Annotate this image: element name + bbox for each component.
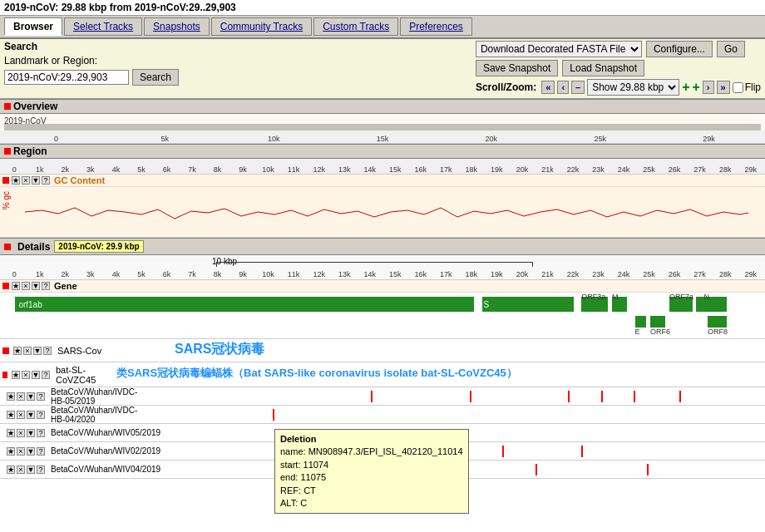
bat-track-name: bat-SL-CoVZC45 [56, 365, 108, 385]
gene-s[interactable]: S [482, 297, 574, 312]
tab-preferences[interactable]: Preferences [400, 17, 472, 36]
align-icon-4-4[interactable]: ? [37, 466, 45, 474]
zoom-plus2-icon[interactable]: + [693, 80, 700, 95]
deletion-popup-name: name: MN908947.3/EPI_ISL_402120_11014 [280, 446, 463, 458]
gene-icon-3[interactable]: ▼ [32, 282, 40, 290]
details-label: Details [17, 241, 50, 253]
red-mark-0-4 [601, 391, 603, 402]
gc-content-section: ★ × ▼ ? GC Content % gc [0, 175, 765, 238]
details-section: Details 2019-nCoV: 29.9 kbp 10 kbp 0 1k … [0, 238, 765, 479]
tab-custom-tracks[interactable]: Custom Tracks [313, 17, 398, 36]
deletion-popup-alt: ALT: C [280, 497, 463, 510]
gene-icon-2[interactable]: × [22, 282, 30, 290]
sars-cov-track: ★ × ▼ ? SARS-Cov SARS冠状病毒 [0, 339, 765, 362]
align-icon-1-3[interactable]: ▼ [27, 411, 35, 419]
bat-icon-3[interactable]: ▼ [32, 371, 40, 379]
zoom-plus-icon[interactable]: + [682, 80, 689, 95]
align-icon-1-2[interactable]: × [17, 411, 25, 419]
fasta-select[interactable]: Download Decorated FASTA File [476, 41, 642, 57]
scroll-left[interactable]: ‹ [557, 81, 569, 94]
tab-browser[interactable]: Browser [4, 17, 62, 36]
gc-icon-3[interactable]: ▼ [32, 176, 40, 185]
align-icon-3-3[interactable]: ▼ [27, 447, 35, 456]
gene-orf8[interactable] [708, 316, 727, 328]
red-mark-4-3 [647, 464, 649, 475]
align-icon-0-4[interactable]: ? [37, 392, 45, 401]
tab-community-tracks[interactable]: Community Tracks [211, 17, 312, 36]
overview-ruler: 0 5k 10k 15k 20k 25k 29k [0, 131, 765, 143]
sars-red-square [2, 347, 9, 354]
red-mark-0-3 [568, 391, 570, 402]
m-label-text: M [612, 293, 619, 301]
go-button[interactable]: Go [717, 41, 745, 57]
bat-icon-2[interactable]: × [22, 371, 30, 379]
alignment-track-0: ★ × ▼ ? BetaCoV/Wuhan/IVDC-HB-05/2019 [0, 387, 765, 406]
overview-label: Overview [13, 101, 57, 112]
bat-track-content: 类SARS冠状病毒蝙蝠株（Bat SARS-like coronavirus i… [108, 362, 765, 387]
red-mark-3-2 [581, 446, 583, 457]
gene-orf6[interactable] [650, 316, 665, 328]
sars-icon-4[interactable]: ? [43, 347, 52, 355]
align-content-0 [108, 387, 765, 405]
align-icon-4-2[interactable]: × [17, 466, 25, 474]
configure-button[interactable]: Configure... [646, 41, 713, 57]
sars-icon-1[interactable]: ★ [13, 347, 22, 355]
red-mark-0-2 [470, 391, 471, 402]
align-icon-2-4[interactable]: ? [37, 429, 45, 437]
align-icon-2-1[interactable]: ★ [7, 429, 15, 437]
scroll-far-right[interactable]: » [717, 81, 730, 94]
deletion-popup-end: end: 11075 [280, 471, 463, 484]
save-snapshot-button[interactable]: Save Snapshot [476, 60, 558, 76]
align-icon-0-1[interactable]: ★ [7, 392, 15, 401]
tab-select-tracks[interactable]: Select Tracks [64, 17, 142, 36]
gene-e[interactable] [635, 316, 647, 328]
gene-orf1ab[interactable]: orf1ab [15, 297, 474, 312]
gene-icon-4[interactable]: ? [42, 282, 50, 290]
bat-icon-4[interactable]: ? [42, 371, 50, 379]
gene-n[interactable] [696, 297, 727, 312]
gc-track-label: GC Content [54, 175, 105, 185]
align-icon-4-3[interactable]: ▼ [27, 466, 35, 474]
landmark-input[interactable] [4, 70, 129, 85]
tab-snapshots[interactable]: Snapshots [144, 17, 210, 36]
nav-bar: Browser Select Tracks Snapshots Communit… [0, 16, 765, 39]
align-icon-0-3[interactable]: ▼ [27, 392, 35, 401]
align-icon-3-2[interactable]: × [17, 447, 25, 456]
bat-track-label-area: ★ × ▼ ? bat-SL-CoVZC45 [0, 365, 108, 385]
red-mark-0-6 [679, 391, 681, 402]
align-icon-3-1[interactable]: ★ [7, 447, 15, 456]
scroll-right[interactable]: › [703, 81, 714, 94]
page-title: 2019-nCoV: 29.88 kbp from 2019-nCoV:29..… [4, 2, 236, 13]
gc-icon-1[interactable]: ★ [12, 176, 20, 185]
scale-line [216, 262, 532, 263]
load-snapshot-button[interactable]: Load Snapshot [562, 60, 644, 76]
align-icon-2-2[interactable]: × [17, 429, 25, 437]
deletion-popup-ref: REF: CT [280, 485, 463, 497]
gc-icon-2[interactable]: × [22, 176, 30, 185]
bat-track-icons: ★ × ▼ ? [12, 371, 50, 379]
zoom-select[interactable]: Show 29.88 kbp [587, 79, 679, 96]
flip-checkbox[interactable] [733, 82, 743, 93]
sars-icon-2[interactable]: × [23, 347, 32, 355]
align-icon-3-4[interactable]: ? [37, 447, 45, 456]
gc-y-label: % gc [2, 191, 11, 209]
align-icon-1-4[interactable]: ? [37, 411, 45, 419]
bat-icon-1[interactable]: ★ [12, 371, 20, 379]
gene-orf1ab-label: orf1ab [15, 300, 42, 309]
search-section-label: Search [4, 41, 179, 52]
sars-icon-3[interactable]: ▼ [33, 347, 42, 355]
align-label-4: ★ × ▼ ? BetaCoV/Wuhan/WIV04/2019 [0, 465, 108, 474]
align-icon-4-1[interactable]: ★ [7, 466, 15, 474]
gc-icon-4[interactable]: ? [42, 176, 50, 185]
gc-track-icons: ★ × ▼ ? [12, 176, 50, 185]
align-icon-2-3[interactable]: ▼ [27, 429, 35, 437]
align-icon-0-2[interactable]: × [17, 392, 25, 401]
scroll-left2[interactable]: – [571, 81, 585, 94]
search-button[interactable]: Search [132, 69, 179, 86]
align-icon-1-1[interactable]: ★ [7, 411, 15, 419]
scroll-far-left[interactable]: « [541, 81, 555, 94]
orf6-label-text: ORF6 [650, 328, 670, 336]
scroll-row: Scroll/Zoom: « ‹ – Show 29.88 kbp + + › … [476, 79, 761, 96]
gene-icon-1[interactable]: ★ [12, 282, 20, 290]
scale-tick-left [216, 262, 217, 267]
